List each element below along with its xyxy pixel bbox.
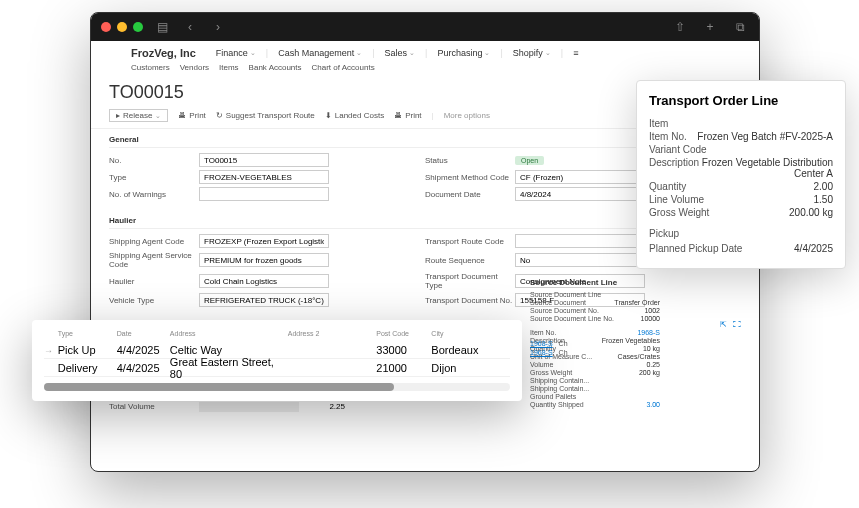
subnav-vendors[interactable]: Vendors — [180, 63, 209, 72]
col-date: Date — [117, 330, 170, 337]
subnav-chart[interactable]: Chart of Accounts — [312, 63, 375, 72]
dp-label: Source Document — [530, 299, 586, 306]
dp-label: Ground Pallets — [530, 393, 576, 400]
scrollbar-thumb[interactable] — [44, 383, 394, 391]
sp-label: Planned Pickup Date — [649, 243, 742, 254]
suggest-route-button[interactable]: ↻Suggest Transport Route — [216, 111, 315, 120]
label-agent: Shipping Agent Code — [109, 237, 199, 246]
input-doc-date[interactable] — [515, 187, 645, 201]
landed-costs-button[interactable]: ⬇Landed Costs — [325, 111, 384, 120]
label-seq: Route Sequence — [425, 256, 515, 265]
dp-value: 1968-S — [637, 329, 660, 336]
nav-finance[interactable]: Finance⌄ — [216, 48, 256, 58]
cell-date: 4/4/2025 — [117, 344, 170, 356]
sp-label: Quantity — [649, 181, 686, 192]
print-button[interactable]: 🖶Print — [178, 111, 205, 120]
status-badge: Open — [515, 156, 544, 165]
grid-scrollbar[interactable] — [44, 383, 510, 391]
sp-value: 2.00 — [814, 181, 833, 192]
minimize-icon[interactable] — [117, 22, 127, 32]
expand-lines-icon[interactable]: ⛶ — [733, 320, 741, 329]
maximize-icon[interactable] — [133, 22, 143, 32]
label-haulier: Haulier — [109, 277, 199, 286]
input-vehicle[interactable] — [199, 293, 329, 307]
nav-sales[interactable]: Sales⌄ — [385, 48, 416, 58]
titlebar: ▤ ‹ › ⇧ + ⧉ — [91, 13, 759, 41]
forward-icon[interactable]: › — [209, 20, 227, 34]
input-route[interactable] — [515, 234, 645, 248]
dp-label: Shipping Contain... — [530, 377, 589, 384]
sp-value: Frozen Vegetable Distribution Center A — [699, 157, 833, 179]
label-type: Type — [109, 173, 199, 182]
input-type[interactable] — [199, 170, 329, 184]
order-line-panel: Transport Order Line ItemItem No.Frozen … — [636, 80, 846, 269]
cell-post: 21000 — [376, 362, 431, 374]
sp-label: Gross Weight — [649, 207, 709, 218]
label-tdoc-no: Transport Document No. — [425, 296, 515, 305]
mini-grid: 1968-SCh 1968-SCh — [530, 340, 568, 358]
dp-label: Source Document Line — [530, 291, 601, 298]
sp-value: Frozen Veg Batch #FV-2025-A — [697, 131, 833, 142]
col-post: Post Code — [376, 330, 431, 337]
label-warnings: No. of Warnings — [109, 190, 199, 199]
input-service[interactable] — [199, 253, 329, 267]
subnav-bank[interactable]: Bank Accounts — [249, 63, 302, 72]
nav-purchasing[interactable]: Purchasing⌄ — [437, 48, 490, 58]
input-haulier[interactable] — [199, 274, 329, 288]
input-warnings[interactable] — [199, 187, 329, 201]
sp-value: 200.00 kg — [789, 207, 833, 218]
col-addr: Address — [170, 330, 288, 337]
cell-addr: Celtic Way — [170, 344, 288, 356]
share-lines-icon[interactable]: ⇱ — [720, 320, 727, 329]
close-icon[interactable] — [101, 22, 111, 32]
dp-value: Transfer Order — [614, 299, 660, 306]
print2-button[interactable]: 🖶Print — [394, 111, 421, 120]
subnav-items[interactable]: Items — [219, 63, 239, 72]
sidebar-icon[interactable]: ▤ — [153, 20, 171, 34]
brand[interactable]: FrozVeg, Inc — [131, 47, 196, 59]
main-nav: FrozVeg, Inc Finance⌄ | Cash Management⌄… — [91, 41, 759, 72]
nav-shopify[interactable]: Shopify⌄ — [513, 48, 551, 58]
dp-value: 3.00 — [646, 401, 660, 408]
volume-bar — [199, 402, 299, 412]
lines-grid-popup: Type Date Address Address 2 Post Code Ci… — [32, 320, 522, 401]
pickup-title: Pickup — [649, 228, 833, 239]
cell-city: Dijon — [431, 362, 510, 374]
label-route: Transport Route Code — [425, 237, 515, 246]
dp-value: Cases/Crates — [618, 353, 660, 360]
label-doc-type: Transport Document Type — [425, 272, 515, 290]
more-options[interactable]: More options — [444, 111, 490, 120]
share-icon[interactable]: ⇧ — [671, 20, 689, 34]
table-row[interactable]: Delivery4/4/2025Great Eastern Street, 80… — [44, 359, 510, 377]
release-button[interactable]: ▸Release⌄ — [109, 109, 168, 122]
label-no: No. — [109, 156, 199, 165]
nav-cash[interactable]: Cash Management⌄ — [278, 48, 362, 58]
back-icon[interactable]: ‹ — [181, 20, 199, 34]
input-agent[interactable] — [199, 234, 329, 248]
tabs-icon[interactable]: ⧉ — [731, 20, 749, 34]
sp-label: Item — [649, 118, 668, 129]
dp-value: 200 kg — [639, 369, 660, 376]
sp-label: Variant Code — [649, 144, 707, 155]
input-seq[interactable] — [515, 253, 645, 267]
mini-item-2[interactable]: 1968-S — [530, 349, 553, 356]
cell-post: 33000 — [376, 344, 431, 356]
total-volume-label: Total Volume — [109, 402, 199, 412]
dp-label: Source Document Line No. — [530, 315, 614, 322]
cell-type: Pick Up — [58, 344, 117, 356]
dp-label: Item No. — [530, 329, 556, 336]
plus-icon[interactable]: + — [701, 20, 719, 34]
general-title: General — [109, 135, 139, 144]
input-no[interactable] — [199, 153, 329, 167]
nav-more-icon[interactable]: ≡ — [573, 48, 578, 58]
dp-value: 10 kg — [643, 345, 660, 352]
label-service: Shipping Agent Service Code — [109, 251, 199, 269]
sp-label: Description — [649, 157, 699, 179]
mini-item-1[interactable]: 1968-S — [530, 340, 553, 347]
input-ship-method[interactable] — [515, 170, 645, 184]
dp-value: 10000 — [641, 315, 660, 322]
label-vehicle: Vehicle Type — [109, 296, 199, 305]
panel-title: Transport Order Line — [649, 93, 833, 108]
subnav-customers[interactable]: Customers — [131, 63, 170, 72]
label-ship-method: Shipment Method Code — [425, 173, 515, 182]
